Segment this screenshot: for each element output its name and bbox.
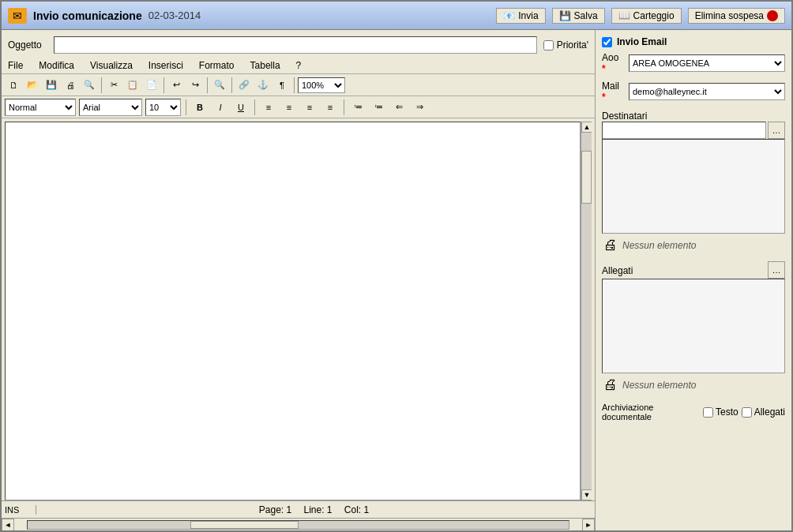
allegati-section: Allegati … 🖨 Nessun elemento [602, 261, 785, 396]
outdent-btn[interactable]: ⇐ [390, 99, 408, 116]
menu-formato[interactable]: Formato [196, 59, 238, 72]
vertical-scrollbar[interactable]: ▲ ▼ [581, 122, 592, 500]
titlebar-actions: 📧 Invia 💾 Salva 📖 Carteggio Elimina sosp… [496, 8, 785, 24]
new-btn[interactable]: 🗋 [5, 77, 22, 94]
allegati-arch-label: Allegati [754, 406, 785, 418]
align-left-btn[interactable]: ≡ [260, 99, 277, 116]
oggetto-input[interactable] [54, 36, 537, 54]
allegati-label: Allegati [602, 265, 633, 276]
menu-file[interactable]: File [5, 59, 26, 72]
underline-btn[interactable]: U [232, 99, 250, 116]
aoo-lbl-text: Aoo [602, 52, 618, 63]
indent-btn[interactable]: ⇒ [411, 99, 428, 116]
print-btn[interactable]: 🖨 [62, 77, 79, 94]
allegati-header: Allegati … [602, 261, 785, 279]
allegati-check-row: Allegati [742, 406, 785, 418]
menu-modifica[interactable]: Modifica [36, 59, 77, 72]
sep3 [207, 77, 208, 93]
priorita-check: Priorita' [543, 39, 588, 51]
anchor-btn[interactable]: ⚓ [254, 77, 272, 94]
editor-panel: Oggetto Priorita' File Modifica Visualiz… [2, 30, 596, 530]
testo-checkbox[interactable] [703, 407, 713, 418]
paragraph-btn[interactable]: ¶ [273, 77, 291, 94]
allegati-list[interactable] [602, 279, 785, 373]
window-date: 02-03-2014 [148, 9, 201, 21]
aoo-select[interactable]: AREA OMOGENEA [629, 54, 785, 72]
nessun-alleg-icon: 🖨 [603, 377, 618, 393]
elimina-button[interactable]: Elimina sospesa [688, 8, 785, 24]
statusbar: INS Page: 1 Line: 1 Col: 1 [2, 500, 595, 518]
send-button[interactable]: 📧 Invia [496, 8, 545, 24]
editor-wrapper: ▲ ▼ [5, 122, 592, 500]
menu-visualizza[interactable]: Visualizza [87, 59, 136, 72]
horizontal-scrollbar[interactable]: ◄ ► [2, 518, 595, 530]
scroll-track[interactable] [581, 133, 592, 489]
find-btn[interactable]: 🔍 [211, 77, 228, 94]
scroll-down-arrow[interactable]: ▼ [581, 489, 592, 500]
aoo-row: Aoo * AREA OMOGENEA [602, 52, 785, 74]
scroll-thumb[interactable] [581, 151, 592, 204]
scroll-up-arrow[interactable]: ▲ [581, 122, 592, 133]
align-right-btn[interactable]: ≡ [301, 99, 318, 116]
destinatari-input-row: … [602, 122, 785, 139]
style-select[interactable]: Normal [5, 99, 76, 116]
menu-tabella[interactable]: Tabella [247, 59, 284, 72]
sep7 [254, 99, 255, 115]
titlebar-left: ✉ Invio comunicazione 02-03-2014 [8, 8, 201, 24]
menu-inserisci[interactable]: Inserisci [145, 59, 186, 72]
nessun-dest-row: 🖨 Nessun elemento [602, 234, 785, 257]
style-toolbar: Normal Arial 10 B I U ≡ ≡ ≡ ≡ ≔ ≔ [2, 96, 595, 118]
bold-btn[interactable]: B [191, 99, 209, 116]
align-justify-btn[interactable]: ≡ [321, 99, 339, 116]
sep5 [294, 77, 295, 93]
envelope-icon: ✉ [8, 8, 27, 24]
align-center-btn[interactable]: ≡ [280, 99, 298, 116]
sep1 [101, 77, 102, 93]
unordered-list-btn[interactable]: ≔ [349, 99, 366, 116]
page-status: Page: 1 Line: 1 Col: 1 [36, 504, 592, 515]
editor-textarea[interactable] [5, 122, 581, 500]
allegati-checkbox[interactable] [742, 407, 752, 418]
invio-email-label: Invio Email [617, 36, 667, 47]
sep6 [186, 99, 186, 115]
save-button[interactable]: 💾 Salva [552, 8, 605, 24]
sep8 [344, 99, 344, 115]
copy-btn[interactable]: 📋 [124, 77, 141, 94]
destinatari-browse-btn[interactable]: … [768, 122, 785, 139]
redo-btn[interactable]: ↪ [186, 77, 204, 94]
hscroll-thumb[interactable] [190, 521, 299, 529]
cut-btn[interactable]: ✂ [105, 77, 122, 94]
testo-check-row: Testo [703, 406, 739, 418]
nessun-alleg-text: Nessun elemento [622, 380, 696, 391]
hscroll-right-arrow[interactable]: ► [582, 519, 595, 531]
main-window: ✉ Invio comunicazione 02-03-2014 📧 Invia… [0, 0, 793, 532]
mail-label: Mail * [602, 81, 626, 103]
font-select[interactable]: Arial [79, 99, 142, 116]
sep2 [163, 77, 164, 93]
preview-btn[interactable]: 🔍 [81, 77, 98, 94]
hscroll-left-arrow[interactable]: ◄ [2, 519, 14, 531]
open-btn[interactable]: 📂 [24, 77, 41, 94]
allegati-browse-btn[interactable]: … [768, 261, 785, 279]
link-btn[interactable]: 🔗 [235, 77, 253, 94]
save-tb-btn[interactable]: 💾 [43, 77, 60, 94]
mail-select[interactable]: demo@halleynec.it [629, 83, 785, 100]
size-select[interactable]: 10 [145, 99, 181, 116]
save-icon: 💾 [559, 10, 571, 21]
carteggio-icon: 📖 [618, 10, 630, 21]
destinatari-list[interactable] [602, 139, 785, 234]
undo-btn[interactable]: ↩ [167, 77, 185, 94]
zoom-select[interactable]: 100% [298, 77, 345, 93]
menu-help[interactable]: ? [293, 59, 305, 72]
priorita-checkbox[interactable] [543, 40, 554, 51]
invio-email-checkbox[interactable] [602, 37, 612, 47]
paste-btn[interactable]: 📄 [143, 77, 160, 94]
hscroll-track[interactable] [27, 520, 569, 530]
ins-status: INS [5, 505, 36, 515]
italic-btn[interactable]: I [212, 99, 229, 116]
destinatari-input[interactable] [602, 122, 766, 139]
invio-email-row: Invio Email [602, 36, 785, 47]
carteggio-button[interactable]: 📖 Carteggio [611, 8, 682, 24]
destinatari-label: Destinatari [602, 111, 785, 122]
ordered-list-btn[interactable]: ≔ [370, 99, 387, 116]
